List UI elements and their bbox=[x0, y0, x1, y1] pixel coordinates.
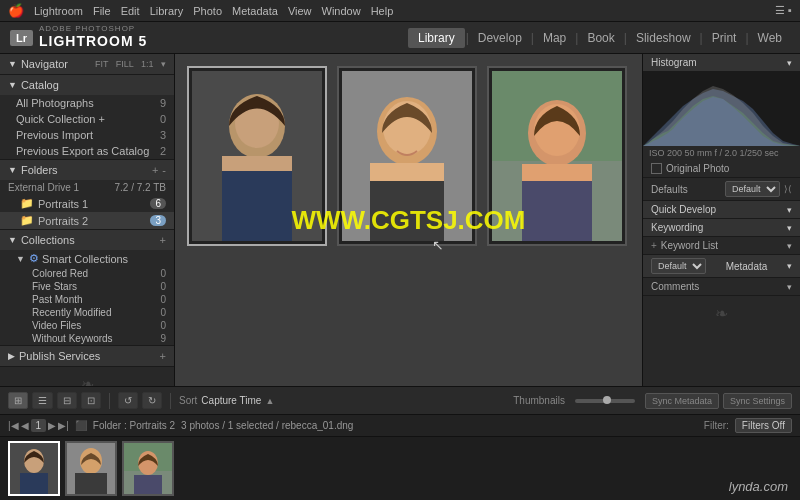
folder-icon-2: 📁 bbox=[20, 214, 34, 227]
folder1-count: 6 bbox=[150, 198, 166, 209]
tab-slideshow[interactable]: Slideshow bbox=[628, 28, 699, 48]
sync-metadata-btn[interactable]: Sync Metadata bbox=[645, 393, 719, 409]
collections-plus[interactable]: + bbox=[160, 234, 166, 246]
menu-library[interactable]: Library bbox=[150, 5, 184, 17]
tab-sep-6: | bbox=[745, 31, 748, 45]
filter-label: Filter: bbox=[704, 420, 729, 431]
rotate-left-btn[interactable]: ↺ bbox=[118, 392, 138, 409]
smart-item-video[interactable]: Video Files 0 bbox=[0, 319, 174, 332]
comments-arrow: ▾ bbox=[787, 282, 792, 292]
histogram-chart bbox=[643, 71, 800, 146]
tab-develop[interactable]: Develop bbox=[470, 28, 530, 48]
keyword-list-section: + Keyword List ▾ bbox=[643, 237, 800, 255]
folder-icon-1: 📁 bbox=[20, 197, 34, 210]
keywording-header[interactable]: Keywording ▾ bbox=[643, 219, 800, 236]
sort-value[interactable]: Capture Time bbox=[201, 395, 261, 406]
collections-header[interactable]: ▼ Collections + bbox=[0, 230, 174, 250]
view-compare-btn[interactable]: ⊟ bbox=[57, 392, 77, 409]
folder-portraits1[interactable]: 📁 Portraits 1 6 bbox=[0, 195, 174, 212]
smart-item-recent[interactable]: Recently Modified 0 bbox=[0, 306, 174, 319]
photo-thumb-2[interactable] bbox=[337, 66, 477, 246]
kw-arrow: ▾ bbox=[787, 223, 792, 233]
smart-collections-header[interactable]: ▼ ⚙ Smart Collections bbox=[0, 250, 174, 267]
folders-arrow: ▼ bbox=[8, 165, 17, 175]
menu-metadata[interactable]: Metadata bbox=[232, 5, 278, 17]
original-photo-checkbox[interactable] bbox=[651, 163, 662, 174]
apple-menu[interactable]: 🍎 bbox=[8, 3, 24, 18]
main-area: ▼ Navigator FIT FILL 1:1 ▾ ▼ Catalog All… bbox=[0, 54, 800, 386]
smart-item-keywords[interactable]: Without Keywords 9 bbox=[0, 332, 174, 345]
menu-right-icons: ☰ ▪ bbox=[775, 4, 792, 17]
qd-arrow: ▾ bbox=[787, 205, 792, 215]
navigator-fit[interactable]: FIT FILL 1:1 ▾ bbox=[95, 59, 166, 69]
nav-next[interactable]: ▶ bbox=[48, 420, 56, 431]
smart-item-stars[interactable]: Five Stars 0 bbox=[0, 280, 174, 293]
filter-value[interactable]: Filters Off bbox=[735, 418, 792, 433]
catalog-header[interactable]: ▼ Catalog bbox=[0, 75, 174, 95]
thumb-slider-handle[interactable] bbox=[603, 396, 611, 404]
metadata-select[interactable]: Default bbox=[651, 258, 706, 274]
collections-label: Collections bbox=[21, 234, 75, 246]
histogram-header[interactable]: Histogram ▾ bbox=[643, 54, 800, 71]
photo-thumb-3[interactable] bbox=[487, 66, 627, 246]
filmstrip-thumb-2[interactable] bbox=[65, 441, 117, 496]
svg-rect-15 bbox=[522, 164, 592, 181]
navigator-header[interactable]: ▼ Navigator FIT FILL 1:1 ▾ bbox=[0, 54, 174, 74]
nav-last[interactable]: ▶| bbox=[58, 420, 69, 431]
menu-view[interactable]: View bbox=[288, 5, 312, 17]
comments-section: Comments ▾ bbox=[643, 278, 800, 296]
comments-header[interactable]: Comments ▾ bbox=[643, 278, 800, 295]
photo-image-3 bbox=[492, 71, 622, 241]
folders-plus[interactable]: + bbox=[152, 164, 158, 176]
catalog-item-all[interactable]: All Photographs 9 bbox=[0, 95, 174, 111]
menu-window[interactable]: Window bbox=[322, 5, 361, 17]
thumb-slider[interactable] bbox=[575, 399, 635, 403]
view-list-btn[interactable]: ☰ bbox=[32, 392, 53, 409]
tab-map[interactable]: Map bbox=[535, 28, 574, 48]
photo-grid bbox=[175, 54, 642, 386]
view-grid-btn[interactable]: ⊞ bbox=[8, 392, 28, 409]
publish-plus[interactable]: + bbox=[160, 350, 166, 362]
metadata-header[interactable]: Default Metadata ▾ bbox=[643, 255, 800, 277]
rotate-right-btn[interactable]: ↻ bbox=[142, 392, 162, 409]
tab-library[interactable]: Library bbox=[408, 28, 465, 48]
tab-print[interactable]: Print bbox=[704, 28, 745, 48]
filmstrip-toggle[interactable]: ⬛ bbox=[75, 420, 87, 431]
filmstrip-image-1 bbox=[10, 443, 58, 494]
publish-services-header[interactable]: ▶ Publish Services + bbox=[0, 346, 174, 366]
kl-plus[interactable]: + bbox=[651, 240, 657, 251]
tab-web[interactable]: Web bbox=[750, 28, 790, 48]
nav-prev[interactable]: ◀ bbox=[21, 420, 29, 431]
quick-develop-header[interactable]: Quick Develop ▾ bbox=[643, 201, 800, 218]
filmstrip-thumb-1[interactable] bbox=[8, 441, 60, 496]
catalog-item-quick[interactable]: Quick Collection + 0 bbox=[0, 111, 174, 127]
folders-header[interactable]: ▼ Folders + - bbox=[0, 160, 174, 180]
tab-book[interactable]: Book bbox=[579, 28, 622, 48]
menu-lightroom[interactable]: Lightroom bbox=[34, 5, 83, 17]
keyword-list-header[interactable]: + Keyword List ▾ bbox=[643, 237, 800, 254]
page-number: 1 bbox=[31, 419, 47, 432]
sync-settings-btn[interactable]: Sync Settings bbox=[723, 393, 792, 409]
filmstrip-thumb-3[interactable] bbox=[122, 441, 174, 496]
menu-edit[interactable]: Edit bbox=[121, 5, 140, 17]
histogram-arrow: ▾ bbox=[787, 58, 792, 68]
catalog-item-import[interactable]: Previous Import 3 bbox=[0, 127, 174, 143]
defaults-select[interactable]: Default bbox=[725, 181, 780, 197]
menu-photo[interactable]: Photo bbox=[193, 5, 222, 17]
folder2-count: 3 bbox=[150, 215, 166, 226]
smart-collections-group: ▼ ⚙ Smart Collections Colored Red 0 Five… bbox=[0, 250, 174, 345]
catalog-item-export[interactable]: Previous Export as Catalog 2 bbox=[0, 143, 174, 159]
svg-rect-9 bbox=[370, 163, 444, 181]
folder-portraits2[interactable]: 📁 Portraits 2 3 bbox=[0, 212, 174, 229]
nav-first[interactable]: |◀ bbox=[8, 420, 19, 431]
menu-file[interactable]: File bbox=[93, 5, 111, 17]
photo-thumb-1[interactable] bbox=[187, 66, 327, 246]
smart-item-month[interactable]: Past Month 0 bbox=[0, 293, 174, 306]
defaults-chevron: ⟩⟨ bbox=[784, 184, 792, 194]
photo-image-1 bbox=[192, 71, 322, 241]
defaults-row: Defaults Default ⟩⟨ bbox=[643, 178, 800, 201]
smart-item-red[interactable]: Colored Red 0 bbox=[0, 267, 174, 280]
menu-help[interactable]: Help bbox=[371, 5, 394, 17]
folders-minus[interactable]: - bbox=[162, 164, 166, 176]
view-survey-btn[interactable]: ⊡ bbox=[81, 392, 101, 409]
